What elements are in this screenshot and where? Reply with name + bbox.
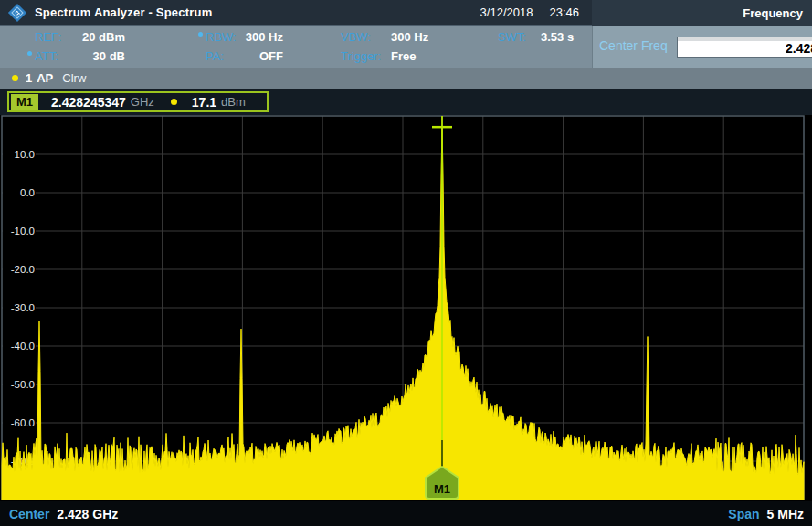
frequency-softkey-panel: Center Freq 2.428 GHz [592, 26, 812, 68]
title-bar: Spectrum Analyzer - Spectrum 3/12/2018 2… [0, 0, 592, 26]
center-freq-label: Center Freq [599, 38, 668, 53]
vbw-label: VBW: [341, 30, 371, 44]
svg-text:-60.0: -60.0 [11, 417, 35, 428]
att-value[interactable]: 30 dB [50, 49, 125, 63]
swt-value[interactable]: 3.53 s [541, 30, 574, 44]
svg-text:-20.0: -20.0 [11, 264, 35, 275]
marker-frequency-value: 2.428245347 [51, 95, 126, 110]
trace-legend-bar[interactable]: 1 AP Clrw [0, 68, 812, 89]
settings-row-1: REF: 20 dBm RBW: 300 Hz VBW: 300 Hz SWT:… [0, 27, 592, 47]
app-title: Spectrum Analyzer - Spectrum [35, 5, 212, 19]
settings-bar: REF: 20 dBm RBW: 300 Hz VBW: 300 Hz SWT:… [0, 26, 592, 68]
marker-level-value: 17.1 [192, 95, 216, 110]
marker-frequency-unit: GHz [131, 95, 154, 109]
spectrum-trace-svg: 10.00.0-10.0-20.0-30.0-40.0-50.0-60.0-70… [0, 115, 812, 501]
svg-text:0.0: 0.0 [20, 187, 35, 198]
swt-label: SWT: [498, 30, 526, 44]
svg-text:10.0: 10.0 [15, 149, 35, 160]
rbw-value[interactable]: 300 Hz [217, 30, 283, 44]
svg-text:-30.0: -30.0 [11, 302, 35, 313]
trace-mode: AP [37, 71, 53, 85]
spectrum-plot[interactable]: 10.00.0-10.0-20.0-30.0-40.0-50.0-60.0-70… [0, 115, 812, 501]
vbw-value[interactable]: 300 Hz [391, 30, 428, 44]
trace1-color-dot-icon [12, 75, 18, 81]
time-display: 23:46 [549, 5, 579, 19]
marker-id-badge: M1 [11, 94, 38, 110]
spectrum-analyzer-screen: Spectrum Analyzer - Spectrum 3/12/2018 2… [0, 0, 812, 526]
center-label: Center [9, 507, 49, 521]
span-value: 5 MHz [767, 507, 804, 521]
trace-number: 1 [26, 71, 32, 85]
svg-text:-10.0: -10.0 [11, 226, 35, 237]
marker-m1-readout[interactable]: M1 2.428245347 GHz 17.1 dBm [7, 91, 269, 112]
rohde-schwarz-logo-icon [7, 3, 27, 23]
center-freq-input[interactable]: 2.428 GHz [677, 37, 812, 58]
preamp-value[interactable]: OFF [217, 49, 283, 63]
marker-level-unit: dBm [221, 95, 246, 109]
span-label: Span [728, 507, 759, 521]
trace-detector: Clrw [62, 71, 86, 85]
trigger-value[interactable]: Free [391, 49, 416, 63]
svg-text:-40.0: -40.0 [11, 341, 35, 352]
center-value: 2.428 GHz [57, 507, 118, 521]
settings-row-2: ATT: 30 dB PA: OFF Trigger: Free [0, 47, 592, 67]
date-display: 3/12/2018 [480, 5, 533, 19]
softkey-menu-title: Frequency [592, 0, 812, 26]
svg-text:M1: M1 [434, 482, 450, 496]
marker-trace-color-dot-icon [171, 99, 177, 105]
svg-text:-50.0: -50.0 [11, 379, 35, 390]
marker-readout-bar: M1 2.428245347 GHz 17.1 dBm [0, 89, 812, 115]
att-uncoupled-indicator [27, 51, 32, 56]
ref-value[interactable]: 20 dBm [50, 30, 125, 44]
rbw-uncoupled-indicator [198, 32, 203, 37]
frequency-axis-bar: Center 2.428 GHz Span 5 MHz [0, 501, 812, 526]
trigger-label: Trigger: [341, 49, 381, 63]
